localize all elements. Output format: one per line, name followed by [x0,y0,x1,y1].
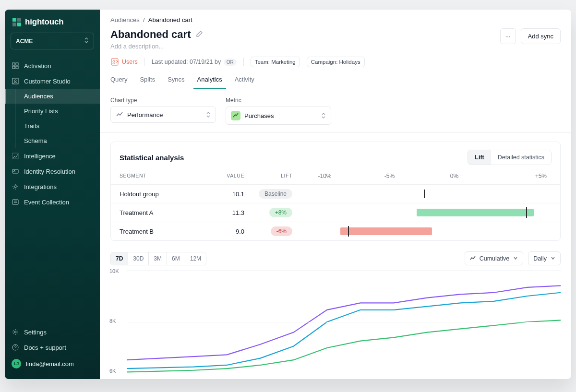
toggle-detailed[interactable]: Detailed statistics [491,150,551,165]
chart-series [127,293,561,368]
nav-item-integrations[interactable]: Integrations [5,179,100,194]
lift-axis: -10% -5% 0% +5% [292,173,552,179]
help-icon [12,344,19,351]
brand: hightouch [5,10,100,33]
mode-dropdown[interactable]: Cumulative [465,251,524,265]
tab-analytics[interactable]: Analytics [197,76,222,89]
nav-item-event-collection[interactable]: Event Collection [5,194,100,210]
svg-rect-2 [12,23,16,26]
breadcrumb-current: Abandoned cart [148,16,192,24]
integrations-icon [12,183,19,190]
brand-mark-icon [12,18,21,26]
range-30d[interactable]: 30D [128,252,148,265]
stat-segment: Treatment B [120,228,206,235]
tag-team[interactable]: Team: Marketing [251,57,300,67]
users-icon [110,58,119,66]
nav-item-docs-support[interactable]: Docs + support [5,340,100,355]
stat-row: Treatment A11.3+8% [111,203,560,222]
granularity-dropdown[interactable]: Daily [528,251,561,265]
description-placeholder[interactable]: Add a description... [110,43,203,50]
svg-point-16 [12,344,18,350]
nav-sub-priority-lists[interactable]: Priority Lists [5,104,100,119]
chevron-down-icon [551,255,555,262]
edit-icon[interactable] [195,30,203,39]
nav-sub-schema[interactable]: Schema [5,133,100,148]
tag-campaign[interactable]: Campaign: Holidays [307,57,365,67]
granularity-value: Daily [533,255,547,262]
brand-name: hightouch [25,17,63,27]
stat-header: SEGMENT VALUE LIFT -10% -5% 0% +5% [111,170,560,185]
cumulative-icon [470,255,476,262]
svg-rect-8 [12,78,18,84]
nav: Activation Customer Studio Audiences Pri… [5,56,100,321]
svg-rect-0 [12,18,16,22]
nav-item-identity-resolution[interactable]: Identity Resolution [5,164,100,179]
tab-query[interactable]: Query [110,76,127,89]
last-updated: Last updated: 07/19/21 by OR [152,59,237,65]
svg-rect-3 [17,23,21,26]
more-button[interactable]: ··· [500,28,516,44]
source-label: Users [122,59,138,65]
nav-item-customer-studio[interactable]: Customer Studio [5,73,100,89]
nav-label: Activation [24,62,51,70]
nav-item-activation[interactable]: Activation [5,58,100,73]
col-lift: LIFT [244,173,292,179]
avatar: LJ [12,359,21,368]
customer-studio-icon [12,77,19,85]
breadcrumb-parent[interactable]: Audiences [110,16,140,24]
nav-label: Integrations [24,183,57,190]
nav-item-settings[interactable]: Settings [5,324,100,340]
chart-controls: 7D30D3M6M12M Cumulative Daily [100,241,571,268]
identity-icon [12,167,19,175]
meta-row: Users Last updated: 07/19/21 by OR Team:… [100,50,571,72]
stat-segment: Treatment A [120,209,206,216]
svg-rect-7 [16,66,18,69]
chevron-updown-icon [321,112,326,119]
chart-type-value: Performance [127,111,202,119]
chart-series [127,320,561,372]
toggle-lift[interactable]: Lift [468,150,491,165]
tab-splits[interactable]: Splits [140,76,155,89]
add-sync-button[interactable]: Add sync [521,28,561,44]
nav-sub-audiences[interactable]: Audiences [5,89,100,104]
stat-row: Holdout group10.1Baseline [111,185,560,203]
chevron-updown-icon [206,111,211,118]
stat-value: 11.3 [206,209,244,216]
nav-sub-traits[interactable]: Traits [5,119,100,133]
controls-row: Chart type Performance Metric Purchases [100,89,571,133]
intelligence-icon [12,152,19,160]
stat-lift: Baseline [244,189,292,199]
chart-type-select[interactable]: Performance [110,107,216,123]
range-12m[interactable]: 12M [185,252,206,265]
svg-rect-6 [12,66,15,69]
nav-sub-label: Audiences [24,93,53,100]
range-6m[interactable]: 6M [167,252,185,265]
chevron-updown-icon [84,37,89,45]
range-7d[interactable]: 7D [111,252,128,265]
nav-item-intelligence[interactable]: Intelligence [5,148,100,164]
workspace-switcher[interactable]: ACME [11,33,94,49]
svg-rect-14 [12,200,18,204]
tab-syncs[interactable]: Syncs [168,76,184,89]
source-chip[interactable]: Users [110,58,138,66]
gear-icon [12,328,19,336]
stat-value: 9.0 [206,228,244,235]
col-value: VALUE [206,173,244,179]
nav-label: Customer Studio [24,78,71,85]
nav-sub-label: Priority Lists [24,107,58,115]
svg-point-17 [15,349,15,349]
workspace-name: ACME [16,38,33,45]
range-3m[interactable]: 3M [148,252,167,265]
tab-activity[interactable]: Activity [235,76,254,89]
user-menu[interactable]: LJ linda@email.com [5,355,100,372]
nav-label: Event Collection [24,199,69,206]
svg-point-19 [113,60,115,62]
stat-row: Treatment B9.0-6% [111,222,560,240]
page-title: Abandoned cart [110,28,191,41]
tabs: Query Splits Syncs Analytics Activity [100,72,571,89]
stat-view-toggle: Lift Detailed statistics [468,150,552,165]
metric-select[interactable]: Purchases [226,107,331,125]
sidebar-footer: Settings Docs + support LJ linda@email.c… [5,321,100,379]
breadcrumb: Audiences / Abandoned cart [100,10,571,26]
svg-rect-4 [12,63,15,65]
